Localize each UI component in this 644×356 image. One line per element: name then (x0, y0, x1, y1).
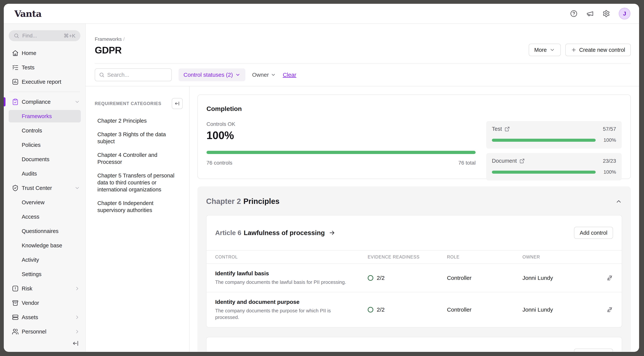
sidebar-sub-label: Policies (22, 142, 40, 148)
article-prefix: Article 7 (215, 351, 241, 351)
owner-filter[interactable]: Owner (252, 72, 276, 78)
sidebar-item-settings[interactable]: Settings (4, 267, 85, 281)
help-icon[interactable] (570, 10, 578, 17)
checklist-icon (12, 64, 19, 71)
article-title-link[interactable]: Conditions for consent (244, 351, 316, 351)
document-stat-card: Document 23/23 100% (486, 153, 622, 181)
chevron-up-icon[interactable] (615, 198, 622, 205)
gear-icon[interactable] (602, 10, 610, 17)
control-title[interactable]: Identity and document purpose (215, 299, 358, 305)
sidebar-sub-label: Questionnaires (22, 228, 58, 234)
sidebar-sub-label: Frameworks (22, 113, 52, 119)
chapter-name: Principles (244, 197, 280, 206)
column-role: ROLE (447, 255, 522, 260)
article-card: Article 6 Lawfulness of processing Add c… (206, 215, 622, 327)
search-box[interactable] (95, 68, 172, 81)
test-link[interactable]: Test (492, 126, 510, 132)
app-window: Vanta J ⌘+K (4, 4, 639, 352)
find-field[interactable] (22, 33, 60, 39)
completion-progress-bar (206, 151, 476, 154)
clear-filters-link[interactable]: Clear (283, 72, 296, 78)
create-new-control-button[interactable]: Create new control (565, 44, 631, 56)
search-input[interactable] (107, 72, 168, 78)
arrow-right-icon[interactable] (320, 351, 326, 351)
completion-title: Completion (206, 105, 622, 112)
role-value: Controller (447, 306, 472, 313)
breadcrumb-frameworks[interactable]: Frameworks (95, 36, 122, 42)
header-divider (95, 63, 631, 64)
sidebar: ⌘+K Home Tests Executive report Complian… (4, 24, 86, 351)
sidebar-sub-label: Settings (22, 271, 42, 277)
evidence-count: 2/2 (377, 275, 385, 281)
sidebar-item-questionnaires[interactable]: Questionnaires (4, 224, 85, 238)
page-header: Frameworks/ GDPR More Create new control (86, 24, 639, 64)
megaphone-icon[interactable] (586, 10, 594, 17)
sidebar-item-executive-report[interactable]: Executive report (4, 75, 85, 89)
owner-value: Jonni Lundy (522, 275, 553, 281)
sidebar-item-access[interactable]: Access (4, 210, 85, 224)
categories-heading: REQUIREMENT CATEGORIES (95, 101, 162, 106)
avatar[interactable]: J (619, 8, 630, 20)
more-button[interactable]: More (529, 44, 561, 56)
sidebar-item-label: Executive report (22, 79, 61, 85)
sidebar-sub-label: Audits (22, 171, 37, 177)
sidebar-item-vendor[interactable]: Vendor (4, 296, 85, 310)
global-find-input[interactable]: ⌘+K (9, 30, 80, 41)
document-percent: 100% (600, 169, 616, 175)
sidebar-item-label: Compliance (22, 99, 50, 105)
category-item[interactable]: Chapter 5 Transfers of personal data to … (98, 172, 180, 193)
column-control: CONTROL (215, 255, 368, 260)
add-control-button[interactable]: Add control (574, 227, 613, 239)
article-title-link[interactable]: Lawfulness of processing (244, 229, 325, 237)
test-count: 57/57 (603, 126, 616, 132)
add-control-button[interactable]: Add control (574, 349, 613, 351)
table-row[interactable]: Identify lawful basis The company docume… (206, 264, 622, 292)
category-item[interactable]: Chapter 3 Rights of the data subject (98, 131, 180, 145)
sidebar-item-policies[interactable]: Policies (4, 138, 85, 152)
sidebar-item-tests[interactable]: Tests (4, 60, 85, 75)
sidebar-item-controls[interactable]: Controls (4, 123, 85, 138)
active-section-indicator (4, 97, 6, 106)
sidebar-item-documents[interactable]: Documents (4, 152, 85, 166)
sidebar-item-audits[interactable]: Audits (4, 166, 85, 181)
owner-filter-label: Owner (252, 72, 269, 78)
sidebar-item-frameworks[interactable]: Frameworks (9, 110, 81, 122)
unlink-icon[interactable] (606, 306, 613, 313)
sidebar-item-activity[interactable]: Activity (4, 253, 85, 267)
control-statuses-filter[interactable]: Control statuses (2) (178, 68, 245, 81)
search-icon (99, 72, 104, 78)
sidebar-item-home[interactable]: Home (4, 46, 85, 60)
archive-box-icon (12, 299, 19, 306)
category-item[interactable]: Chapter 4 Controller and Processor (98, 151, 180, 165)
sidebar-item-overview[interactable]: Overview (4, 195, 85, 210)
sidebar-item-knowledge-base[interactable]: Knowledge base (4, 238, 85, 253)
test-label: Test (492, 126, 502, 132)
unlink-icon[interactable] (606, 275, 613, 281)
category-item[interactable]: Chapter 2 Principles (98, 117, 180, 124)
create-button-label: Create new control (579, 47, 625, 53)
test-stat-card: Test 57/57 100% (486, 121, 622, 148)
sidebar-item-trust-center[interactable]: Trust Center (4, 181, 85, 195)
table-row[interactable]: Identity and document purpose The compan… (206, 292, 622, 327)
role-value: Controller (447, 275, 472, 281)
sidebar-item-label: Trust Center (22, 185, 52, 191)
sidebar-item-personnel[interactable]: Personnel (4, 324, 85, 339)
plus-icon (571, 47, 576, 53)
sidebar-item-risk[interactable]: Risk (4, 281, 85, 296)
external-link-icon (504, 126, 510, 132)
arrow-right-icon[interactable] (328, 229, 336, 236)
control-title[interactable]: Identify lawful basis (215, 270, 358, 277)
collapse-sidebar-icon[interactable] (72, 340, 79, 347)
more-button-label: More (534, 47, 547, 53)
document-link[interactable]: Document (492, 158, 525, 164)
collapse-panel-button[interactable] (172, 98, 183, 109)
shield-check-icon (12, 185, 19, 192)
sidebar-item-assets[interactable]: Assets (4, 310, 85, 324)
chevron-down-icon (74, 99, 80, 105)
category-item[interactable]: Chapter 6 Independent supervisory author… (98, 200, 180, 214)
sidebar-sub-label: Access (22, 214, 39, 220)
chevron-right-icon (74, 286, 80, 291)
owner-value: Jonni Lundy (522, 306, 553, 313)
sidebar-item-compliance[interactable]: Compliance (4, 95, 85, 109)
sidebar-item-label: Tests (22, 64, 34, 71)
